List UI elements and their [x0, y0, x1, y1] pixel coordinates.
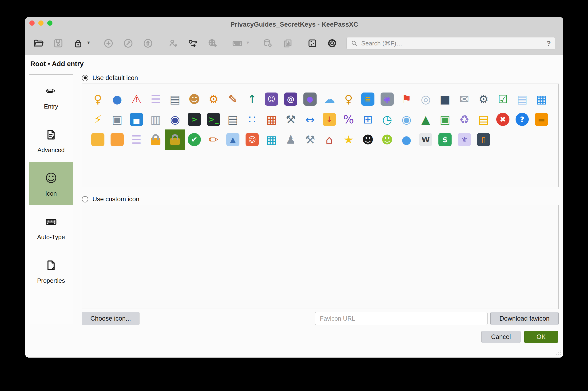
application-settings-button[interactable]: [327, 38, 338, 49]
search-input[interactable]: [361, 40, 547, 47]
grid-icon-disc[interactable]: ◎: [416, 89, 435, 109]
grid-icon-pencil[interactable]: ✏: [204, 129, 223, 150]
grid-icon-package[interactable]: ▬: [532, 109, 551, 129]
grid-icon-certificate[interactable]: ⚜: [455, 129, 474, 150]
grid-icon-cancel[interactable]: ✖: [493, 109, 513, 129]
grid-icon-remote-desktop[interactable]: ↔: [300, 109, 320, 129]
cancel-button[interactable]: Cancel: [481, 331, 520, 343]
grid-icon-lock-open[interactable]: [146, 129, 165, 150]
download-favicon-button[interactable]: Download favicon: [490, 312, 559, 325]
grid-icon-clipboard[interactable]: ▤: [165, 89, 185, 109]
grid-icon-email[interactable]: @: [281, 89, 300, 109]
grid-icon-folder[interactable]: [88, 129, 107, 150]
lock-databases-button[interactable]: [73, 38, 83, 49]
grid-icon-recycle-bin[interactable]: ♻: [455, 109, 474, 129]
grid-icon-tools[interactable]: ⚒: [300, 129, 320, 150]
grid-icon-lightning[interactable]: ⚡: [88, 109, 107, 129]
grid-icon-camera[interactable]: ●: [300, 89, 320, 109]
grid-icon-console[interactable]: >_: [204, 109, 223, 129]
grid-icon-safe[interactable]: ▣: [107, 109, 127, 129]
grid-icon-lock[interactable]: [165, 129, 185, 150]
grid-icon-firewall[interactable]: ▦: [262, 109, 281, 129]
grid-icon-envelope[interactable]: ✉: [455, 89, 474, 109]
sidebar-item-properties[interactable]: Properties: [29, 249, 73, 292]
grid-icon-search[interactable]: ◉: [397, 109, 416, 129]
radio-selected-icon[interactable]: [82, 75, 88, 81]
grid-icon-network-diagram[interactable]: ∷: [242, 109, 262, 129]
grid-icon-address-book[interactable]: ☺: [242, 129, 262, 150]
grid-icon-network-drive[interactable]: ▥: [146, 109, 165, 129]
grid-icon-plug[interactable]: ≡: [358, 89, 377, 109]
lock-dropdown-caret[interactable]: ▾: [87, 40, 90, 46]
grid-icon-help[interactable]: ?: [513, 109, 532, 129]
grid-icon-chip[interactable]: ▣: [435, 109, 455, 129]
grid-icon-apple[interactable]: ●: [397, 129, 416, 150]
grid-icon-printer[interactable]: ▤: [223, 109, 242, 129]
save-database-button[interactable]: [53, 38, 64, 49]
grid-icon-monitor[interactable]: ■: [435, 89, 455, 109]
delete-entry-button[interactable]: [143, 38, 153, 49]
ok-button[interactable]: OK: [524, 331, 558, 343]
grid-icon-gear[interactable]: ⚙: [474, 89, 493, 109]
sidebar-item-icon[interactable]: ☺ Icon: [29, 162, 73, 205]
sidebar-item-entry[interactable]: ✏ Entry: [29, 75, 73, 118]
grid-icon-document[interactable]: ▤: [513, 89, 532, 109]
grid-icon-money[interactable]: $: [435, 129, 455, 150]
grid-icon-scenery[interactable]: ▲: [416, 109, 435, 129]
grid-icon-key[interactable]: ♀: [88, 89, 107, 109]
sidebar-item-advanced[interactable]: Advanced: [29, 118, 73, 162]
open-database-button[interactable]: [33, 38, 44, 49]
grid-icon-browser-window[interactable]: ▦: [532, 89, 551, 109]
grid-icon-tux[interactable]: ☻: [358, 129, 377, 150]
grid-icon-console-key[interactable]: >: [185, 109, 204, 129]
grid-icon-projector[interactable]: ◉: [377, 89, 397, 109]
database-settings-button[interactable]: [262, 38, 273, 49]
grid-icon-percent[interactable]: %: [339, 109, 358, 129]
perform-autotype-button[interactable]: [232, 38, 243, 49]
search-box[interactable]: ?: [347, 37, 555, 49]
password-generator-button[interactable]: [307, 38, 318, 49]
grid-icon-presenter[interactable]: ♟: [281, 129, 300, 150]
grid-icon-keyring[interactable]: ♀: [339, 89, 358, 109]
copy-url-button[interactable]: [207, 38, 218, 49]
sidebar-item-autotype[interactable]: Auto-Type: [29, 205, 73, 249]
grid-icon-cloud[interactable]: ☁: [320, 89, 339, 109]
use-default-icon-radio[interactable]: Use default icon: [82, 74, 138, 82]
edit-entry-button[interactable]: [123, 38, 134, 49]
grid-icon-folder-open[interactable]: [107, 129, 127, 150]
search-help-icon[interactable]: ?: [547, 39, 551, 47]
grid-icon-clock[interactable]: ◷: [377, 109, 397, 129]
copy-username-button[interactable]: [167, 38, 178, 49]
reports-button[interactable]: [282, 38, 293, 49]
grid-icon-notepad-edit[interactable]: ✎: [223, 89, 242, 109]
grid-icon-android[interactable]: ☻: [377, 129, 397, 150]
use-custom-icon-radio[interactable]: Use custom icon: [82, 195, 140, 203]
grid-icon-server-key[interactable]: ☰: [127, 129, 146, 150]
grid-icon-home[interactable]: ⌂: [320, 129, 339, 150]
grid-icon-gears[interactable]: ⚙: [204, 89, 223, 109]
grid-icon-floppy[interactable]: ▄: [127, 109, 146, 129]
grid-icon-user[interactable]: ☻: [185, 89, 204, 109]
grid-icon-server-shield[interactable]: ☰: [146, 89, 165, 109]
favicon-url-input[interactable]: [315, 312, 488, 325]
grid-icon-world[interactable]: ●: [107, 89, 127, 109]
copy-password-button[interactable]: [187, 38, 198, 49]
grid-icon-wrench[interactable]: ⚒: [281, 109, 300, 129]
grid-icon-warning[interactable]: ⚠: [127, 89, 146, 109]
grid-icon-identity-card[interactable]: ☺: [262, 89, 281, 109]
grid-icon-table[interactable]: ▦: [262, 129, 281, 150]
grid-icon-picture[interactable]: ▲: [223, 129, 242, 150]
grid-icon-star[interactable]: ★: [339, 129, 358, 150]
radio-unselected-icon[interactable]: [82, 196, 88, 202]
grid-icon-archive-folder[interactable]: ↓: [320, 109, 339, 129]
grid-icon-bookmark[interactable]: ⚑: [397, 89, 416, 109]
grid-icon-movie[interactable]: ◉: [165, 109, 185, 129]
grid-icon-note[interactable]: ▤: [474, 109, 493, 129]
grid-icon-wikipedia[interactable]: W: [416, 129, 435, 150]
grid-icon-task-check[interactable]: ☑: [493, 89, 513, 109]
autotype-dropdown-caret[interactable]: ▾: [246, 40, 249, 46]
grid-icon-upload-arrow[interactable]: ↑: [242, 89, 262, 109]
grid-icon-check[interactable]: ✔: [185, 129, 204, 150]
add-entry-button[interactable]: [103, 38, 114, 49]
grid-icon-windows[interactable]: ⊞: [358, 109, 377, 129]
